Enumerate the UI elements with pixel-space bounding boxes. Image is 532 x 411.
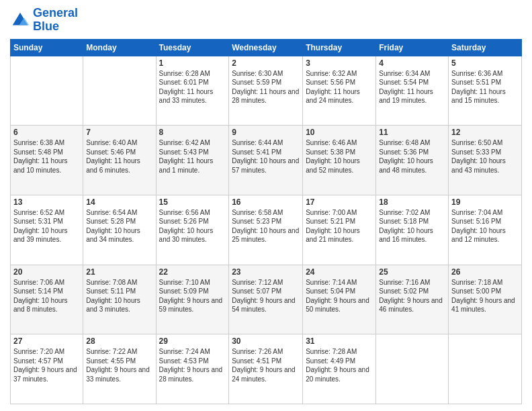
day-number: 28	[86, 336, 152, 346]
day-cell: 19Sunrise: 7:04 AMSunset: 5:16 PMDayligh…	[449, 195, 522, 265]
day-detail: Sunrise: 7:16 AMSunset: 5:02 PMDaylight:…	[379, 278, 445, 314]
day-number: 22	[159, 267, 226, 277]
day-detail: Sunrise: 7:10 AMSunset: 5:09 PMDaylight:…	[159, 278, 226, 314]
day-cell: 17Sunrise: 7:00 AMSunset: 5:21 PMDayligh…	[303, 195, 376, 265]
day-detail: Sunrise: 7:28 AMSunset: 4:49 PMDaylight:…	[306, 347, 373, 383]
day-number: 27	[13, 336, 80, 346]
day-detail: Sunrise: 6:46 AMSunset: 5:38 PMDaylight:…	[306, 138, 373, 175]
day-cell: 21Sunrise: 7:08 AMSunset: 5:11 PMDayligh…	[83, 265, 156, 334]
day-detail: Sunrise: 6:40 AMSunset: 5:46 PMDaylight:…	[86, 138, 152, 175]
day-cell: 9Sunrise: 6:44 AMSunset: 5:41 PMDaylight…	[229, 126, 303, 195]
calendar-table: SundayMondayTuesdayWednesdayThursdayFrid…	[10, 39, 522, 404]
day-cell: 16Sunrise: 6:58 AMSunset: 5:23 PMDayligh…	[229, 195, 303, 265]
day-detail: Sunrise: 6:34 AMSunset: 5:54 PMDaylight:…	[379, 69, 445, 105]
day-detail: Sunrise: 6:58 AMSunset: 5:23 PMDaylight:…	[232, 208, 300, 244]
day-cell: 10Sunrise: 6:46 AMSunset: 5:38 PMDayligh…	[303, 126, 376, 195]
day-number: 8	[159, 128, 226, 137]
weekday-thursday: Thursday	[303, 39, 376, 56]
logo-text: GeneralBlue	[33, 7, 78, 34]
day-cell	[449, 334, 522, 404]
week-row-3: 13Sunrise: 6:52 AMSunset: 5:31 PMDayligh…	[11, 195, 522, 265]
day-number: 14	[86, 197, 152, 207]
day-number: 26	[451, 267, 519, 277]
day-cell: 12Sunrise: 6:50 AMSunset: 5:33 PMDayligh…	[449, 126, 522, 195]
day-cell	[376, 334, 449, 404]
day-detail: Sunrise: 6:50 AMSunset: 5:33 PMDaylight:…	[451, 138, 519, 175]
day-number: 7	[86, 128, 152, 137]
day-cell: 6Sunrise: 6:38 AMSunset: 5:48 PMDaylight…	[11, 126, 83, 195]
day-cell: 18Sunrise: 7:02 AMSunset: 5:18 PMDayligh…	[376, 195, 449, 265]
day-number: 15	[159, 197, 226, 207]
day-cell: 29Sunrise: 7:24 AMSunset: 4:53 PMDayligh…	[156, 334, 229, 404]
day-cell: 15Sunrise: 6:56 AMSunset: 5:26 PMDayligh…	[156, 195, 229, 265]
day-number: 6	[13, 128, 80, 137]
day-detail: Sunrise: 7:22 AMSunset: 4:55 PMDaylight:…	[86, 347, 152, 383]
week-row-4: 20Sunrise: 7:06 AMSunset: 5:14 PMDayligh…	[11, 265, 522, 334]
day-detail: Sunrise: 7:14 AMSunset: 5:04 PMDaylight:…	[306, 278, 373, 314]
day-cell: 3Sunrise: 6:32 AMSunset: 5:56 PMDaylight…	[303, 56, 376, 126]
day-number: 21	[86, 267, 152, 277]
day-number: 10	[306, 128, 373, 137]
day-number: 4	[379, 58, 445, 68]
header: GeneralBlue	[10, 7, 522, 34]
week-row-2: 6Sunrise: 6:38 AMSunset: 5:48 PMDaylight…	[11, 126, 522, 195]
day-number: 19	[451, 197, 519, 207]
day-detail: Sunrise: 6:42 AMSunset: 5:43 PMDaylight:…	[159, 138, 226, 175]
day-cell: 25Sunrise: 7:16 AMSunset: 5:02 PMDayligh…	[376, 265, 449, 334]
day-detail: Sunrise: 7:20 AMSunset: 4:57 PMDaylight:…	[13, 347, 80, 383]
day-number: 9	[232, 128, 300, 137]
weekday-monday: Monday	[83, 39, 156, 56]
day-number: 17	[306, 197, 373, 207]
day-cell: 8Sunrise: 6:42 AMSunset: 5:43 PMDaylight…	[156, 126, 229, 195]
day-cell: 7Sunrise: 6:40 AMSunset: 5:46 PMDaylight…	[83, 126, 156, 195]
day-detail: Sunrise: 6:28 AMSunset: 6:01 PMDaylight:…	[159, 69, 226, 105]
day-number: 24	[306, 267, 373, 277]
day-number: 30	[232, 336, 300, 346]
logo: GeneralBlue	[10, 7, 78, 34]
day-cell	[83, 56, 156, 126]
day-cell: 11Sunrise: 6:48 AMSunset: 5:36 PMDayligh…	[376, 126, 449, 195]
day-detail: Sunrise: 7:08 AMSunset: 5:11 PMDaylight:…	[86, 278, 152, 314]
calendar: SundayMondayTuesdayWednesdayThursdayFrid…	[10, 39, 522, 404]
logo-icon	[10, 10, 30, 30]
day-detail: Sunrise: 7:12 AMSunset: 5:07 PMDaylight:…	[232, 278, 300, 314]
day-number: 29	[159, 336, 226, 346]
day-cell: 26Sunrise: 7:18 AMSunset: 5:00 PMDayligh…	[449, 265, 522, 334]
day-detail: Sunrise: 7:26 AMSunset: 4:51 PMDaylight:…	[232, 347, 300, 383]
day-cell: 5Sunrise: 6:36 AMSunset: 5:51 PMDaylight…	[449, 56, 522, 126]
day-detail: Sunrise: 6:32 AMSunset: 5:56 PMDaylight:…	[306, 69, 373, 105]
day-detail: Sunrise: 6:52 AMSunset: 5:31 PMDaylight:…	[13, 208, 80, 244]
weekday-wednesday: Wednesday	[229, 39, 303, 56]
day-number: 18	[379, 197, 445, 207]
day-cell: 2Sunrise: 6:30 AMSunset: 5:59 PMDaylight…	[229, 56, 303, 126]
day-detail: Sunrise: 6:44 AMSunset: 5:41 PMDaylight:…	[232, 138, 300, 175]
day-cell: 27Sunrise: 7:20 AMSunset: 4:57 PMDayligh…	[11, 334, 83, 404]
day-number: 11	[379, 128, 445, 137]
day-number: 2	[232, 58, 300, 68]
day-detail: Sunrise: 6:56 AMSunset: 5:26 PMDaylight:…	[159, 208, 226, 244]
week-row-5: 27Sunrise: 7:20 AMSunset: 4:57 PMDayligh…	[11, 334, 522, 404]
day-cell: 1Sunrise: 6:28 AMSunset: 6:01 PMDaylight…	[156, 56, 229, 126]
day-detail: Sunrise: 6:48 AMSunset: 5:36 PMDaylight:…	[379, 138, 445, 175]
weekday-friday: Friday	[376, 39, 449, 56]
weekday-header-row: SundayMondayTuesdayWednesdayThursdayFrid…	[11, 39, 522, 56]
day-cell: 14Sunrise: 6:54 AMSunset: 5:28 PMDayligh…	[83, 195, 156, 265]
day-cell: 13Sunrise: 6:52 AMSunset: 5:31 PMDayligh…	[11, 195, 83, 265]
day-detail: Sunrise: 7:06 AMSunset: 5:14 PMDaylight:…	[13, 278, 80, 314]
day-detail: Sunrise: 7:18 AMSunset: 5:00 PMDaylight:…	[451, 278, 519, 314]
week-row-1: 1Sunrise: 6:28 AMSunset: 6:01 PMDaylight…	[11, 56, 522, 126]
page: GeneralBlue SundayMondayTuesdayWednesday…	[0, 0, 532, 411]
day-number: 13	[13, 197, 80, 207]
weekday-sunday: Sunday	[11, 39, 83, 56]
day-detail: Sunrise: 6:36 AMSunset: 5:51 PMDaylight:…	[451, 69, 519, 105]
day-detail: Sunrise: 6:38 AMSunset: 5:48 PMDaylight:…	[13, 138, 80, 175]
day-number: 31	[306, 336, 373, 346]
day-cell: 22Sunrise: 7:10 AMSunset: 5:09 PMDayligh…	[156, 265, 229, 334]
day-number: 3	[306, 58, 373, 68]
day-number: 5	[451, 58, 519, 68]
day-detail: Sunrise: 6:30 AMSunset: 5:59 PMDaylight:…	[232, 69, 300, 105]
day-detail: Sunrise: 7:04 AMSunset: 5:16 PMDaylight:…	[451, 208, 519, 244]
day-cell: 28Sunrise: 7:22 AMSunset: 4:55 PMDayligh…	[83, 334, 156, 404]
day-cell: 24Sunrise: 7:14 AMSunset: 5:04 PMDayligh…	[303, 265, 376, 334]
day-cell	[11, 56, 83, 126]
